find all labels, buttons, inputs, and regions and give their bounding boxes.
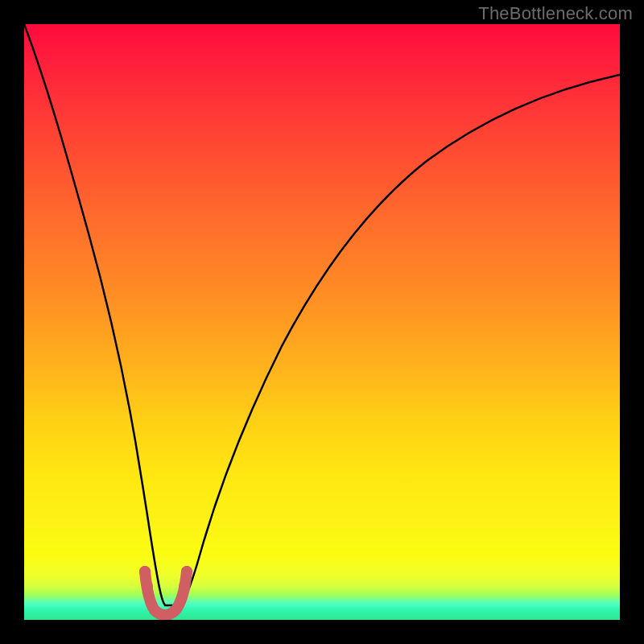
marker-dot: [181, 566, 192, 577]
marker-dot: [179, 580, 190, 592]
watermark-text: TheBottleneck.com: [478, 3, 633, 24]
chart-frame: TheBottleneck.com: [0, 0, 644, 644]
minimum-marker: [145, 572, 187, 615]
marker-dot: [142, 580, 153, 592]
plot-area: [24, 24, 620, 620]
bottleneck-curve: [24, 24, 620, 605]
curve-layer: [24, 24, 620, 620]
marker-dot: [139, 566, 151, 577]
